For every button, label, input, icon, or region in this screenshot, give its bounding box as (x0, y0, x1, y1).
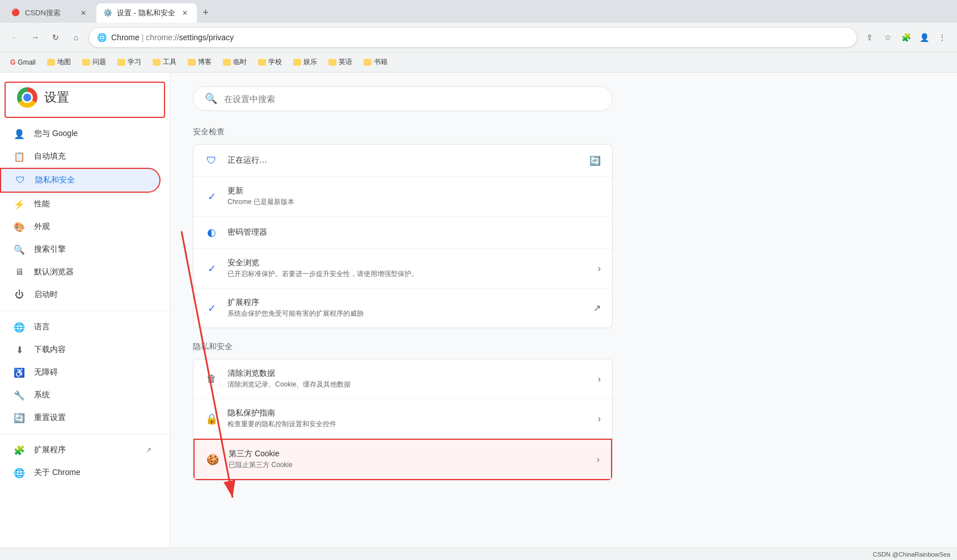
cookies-chevron-icon[interactable]: › (597, 455, 600, 465)
url-brand: Chrome (111, 33, 140, 42)
sidebar-item-performance[interactable]: ⚡ 性能 (0, 193, 161, 215)
back-button[interactable]: ← (7, 29, 23, 45)
bookmark-study[interactable]: 学习 (113, 55, 146, 69)
menu-icon[interactable]: ⋮ (934, 29, 950, 45)
bookmark-question[interactable]: 问题 (78, 55, 111, 69)
home-button[interactable]: ⌂ (68, 29, 84, 45)
sidebar-accessibility-label: 无障碍 (34, 367, 58, 377)
sidebar-item-reset[interactable]: 🔄 重置设置 (0, 406, 161, 429)
bookmark-books-label: 书籍 (374, 57, 387, 67)
privacy-clear-data-title: 清除浏览数据 (227, 368, 589, 379)
sidebar-download-label: 下载内容 (34, 345, 66, 355)
bookmark-books[interactable]: 书籍 (359, 55, 392, 69)
safety-check-running[interactable]: 🛡 正在运行… 🔄 (193, 145, 612, 177)
sidebar-about-label: 关于 Chrome (34, 468, 81, 478)
account-icon[interactable]: 👤 (916, 29, 932, 45)
sidebar-divider-1 (0, 311, 170, 311)
bookmark-english[interactable]: 英语 (324, 55, 357, 69)
autofill-icon: 📋 (14, 151, 25, 162)
extensions-external-link-icon[interactable]: ↗ (593, 303, 601, 313)
sidebar-autofill-label: 自动填充 (34, 151, 66, 162)
bookmark-blog[interactable]: 博客 (183, 55, 216, 69)
sidebar-item-autofill[interactable]: 📋 自动填充 (0, 145, 161, 168)
settings-search-bar[interactable]: 🔍 (193, 86, 613, 111)
url-path: settings/privacy (179, 33, 234, 42)
sidebar-appearance-label: 外观 (34, 222, 50, 232)
third-party-cookies[interactable]: 🍪 第三方 Cookie 已阻止第三方 Cookie › (193, 439, 612, 480)
settings-search-input[interactable] (224, 94, 601, 104)
sidebar-item-download[interactable]: ⬇ 下载内容 (0, 338, 161, 361)
bookmark-blog-label: 博客 (198, 57, 212, 67)
sidebar-item-about[interactable]: 🌐 关于 Chrome (0, 461, 161, 484)
safety-safe-browsing-text: 安全浏览 已开启标准保护。若要进一步提升安全性，请使用增强型保护。 (227, 258, 589, 279)
safety-check-safe-browsing[interactable]: ✓ 安全浏览 已开启标准保护。若要进一步提升安全性，请使用增强型保护。 › (193, 249, 612, 289)
bookmark-gmail[interactable]: G Gmail (6, 56, 40, 69)
safety-check-update[interactable]: ✓ 更新 Chrome 已是最新版本 (193, 177, 612, 217)
tab-settings[interactable]: ⚙️ 设置 - 隐私和安全 ✕ (96, 3, 197, 23)
cookie-icon: 🍪 (206, 453, 220, 466)
new-tab-button[interactable]: + (198, 5, 214, 20)
bookmark-tools[interactable]: 工具 (148, 55, 181, 69)
tab-csdn[interactable]: 🔴 CSDN搜索 ✕ (5, 3, 95, 23)
tab-settings-close[interactable]: ✕ (180, 8, 190, 18)
sidebar-reset-label: 重置设置 (34, 413, 66, 423)
sidebar-extensions-label: 扩展程序 (34, 445, 66, 455)
sidebar-header: 设置 (5, 82, 165, 118)
folder-icon (223, 59, 231, 66)
url-bar[interactable]: 🌐 Chrome | chrome://settings/privacy (88, 27, 857, 48)
bookmark-icon[interactable]: ☆ (880, 29, 896, 45)
folder-icon (153, 59, 161, 66)
update-check-icon: ✓ (205, 190, 218, 203)
sidebar-item-system[interactable]: 🔧 系统 (0, 384, 161, 406)
privacy-guide[interactable]: 🔒 隐私保护指南 检查重要的隐私控制设置和安全控件 › (193, 399, 612, 439)
bookmark-tools-label: 工具 (163, 57, 176, 67)
sidebar-item-language[interactable]: 🌐 语言 (0, 316, 161, 338)
bookmark-map[interactable]: 地图 (43, 55, 75, 69)
bookmarks-bar: G Gmail 地图 问题 学习 工具 博客 临时 学校 (0, 52, 957, 73)
bookmark-entertainment[interactable]: 娱乐 (289, 55, 322, 69)
bookmark-temp[interactable]: 临时 (218, 55, 251, 69)
sidebar-privacy-label: 隐私和安全 (35, 175, 75, 185)
safety-password-text: 密码管理器 (227, 227, 601, 237)
refresh-icon[interactable]: 🔄 (589, 155, 601, 166)
bookmark-question-label: 问题 (92, 57, 106, 67)
reload-button[interactable]: ↻ (48, 29, 64, 45)
appearance-icon: 🎨 (14, 221, 25, 232)
privacy-guide-title: 隐私保护指南 (227, 408, 589, 418)
privacy-guide-chevron-icon[interactable]: › (598, 414, 601, 424)
safety-update-text: 更新 Chrome 已是最新版本 (227, 186, 601, 207)
privacy-clear-data[interactable]: 🗑 清除浏览数据 清除浏览记录、Cookie、缓存及其他数据 › (193, 359, 612, 399)
toolbar-icons: ⇪ ☆ 🧩 👤 ⋮ (862, 29, 950, 45)
sidebar-item-privacy[interactable]: 🛡 隐私和安全 (0, 168, 161, 193)
sidebar-item-google[interactable]: 👤 您与 Google (0, 122, 161, 145)
sidebar-item-extensions[interactable]: 🧩 扩展程序 ↗ (0, 439, 161, 461)
chrome-logo (17, 87, 37, 108)
folder-icon (364, 59, 372, 66)
safety-check-password[interactable]: ◐ 密码管理器 (193, 217, 612, 249)
download-icon: ⬇ (14, 344, 25, 355)
safety-update-title: 更新 (227, 186, 601, 196)
sidebar-item-default-browser[interactable]: 🖥 默认浏览器 (0, 261, 161, 283)
tab-csdn-close[interactable]: ✕ (78, 8, 88, 18)
safe-browsing-check-icon: ✓ (205, 262, 218, 275)
safety-password-title: 密码管理器 (227, 227, 601, 237)
safe-browsing-chevron-icon[interactable]: › (598, 264, 601, 274)
share-icon[interactable]: ⇪ (862, 29, 878, 45)
system-icon: 🔧 (14, 389, 25, 401)
bookmark-school-label: 学校 (268, 57, 282, 67)
forward-button[interactable]: → (27, 29, 43, 45)
bookmark-study-label: 学习 (128, 57, 141, 67)
sidebar-item-appearance[interactable]: 🎨 外观 (0, 215, 161, 238)
privacy-security-card: 🗑 清除浏览数据 清除浏览记录、Cookie、缓存及其他数据 › 🔒 隐私保护指… (193, 359, 613, 481)
sidebar-item-startup[interactable]: ⏻ 启动时 (0, 283, 161, 306)
folder-icon (328, 59, 336, 66)
sidebar-item-accessibility[interactable]: ♿ 无障碍 (0, 361, 161, 384)
extension-icon[interactable]: 🧩 (898, 29, 914, 45)
privacy-guide-icon: 🔒 (205, 412, 218, 426)
clear-data-chevron-icon[interactable]: › (598, 374, 601, 384)
sidebar-item-search[interactable]: 🔍 搜索引擎 (0, 238, 161, 261)
safety-check-extensions[interactable]: ✓ 扩展程序 系统会保护您免受可能有害的扩展程序的威胁 ↗ (193, 289, 612, 328)
google-icon: 👤 (14, 128, 25, 139)
url-scheme: chrome:// (146, 33, 179, 42)
bookmark-school[interactable]: 学校 (254, 55, 286, 69)
